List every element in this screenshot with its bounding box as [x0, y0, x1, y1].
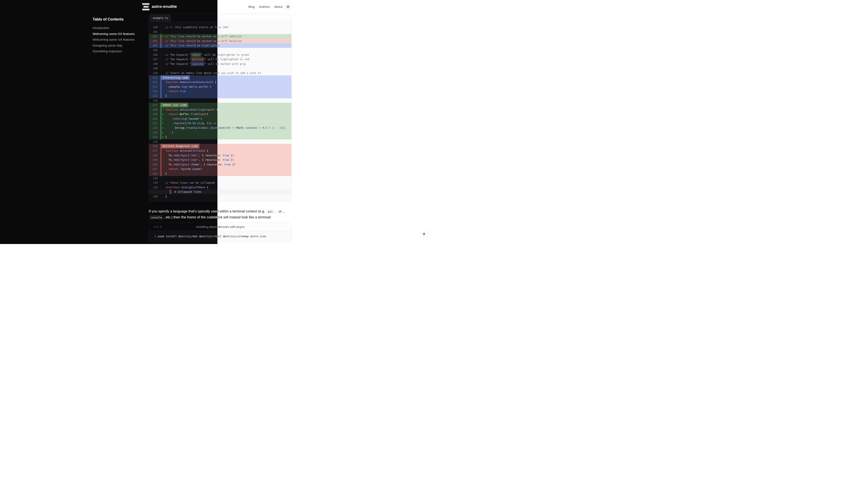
line-number: 140 — [149, 194, 161, 199]
unfold-vertical-icon — [169, 190, 172, 194]
line-number: 121 — [149, 121, 161, 126]
line-number: 101 — [149, 30, 161, 34]
line-number: 118 — [149, 107, 161, 112]
toc-item[interactable]: Foregoing some slop — [93, 44, 156, 47]
line-number: 128 — [149, 153, 161, 158]
line-number: 109 — [149, 66, 161, 71]
collapsed-lines-label: 4 collapsed lines — [174, 190, 201, 194]
inline-code-chip: console — [149, 215, 163, 220]
line-number: 134 — [149, 181, 161, 185]
collapsible-section-badge[interactable]: Deleted dangerous code — [161, 144, 199, 149]
line-number: 107 — [149, 57, 161, 62]
line-number: 104 — [149, 43, 161, 48]
site-logo-icon[interactable] — [142, 3, 150, 10]
toc-item[interactable]: Welcoming some UX features — [93, 38, 156, 41]
line-number: 125 — [149, 139, 161, 144]
line-number: 131 — [149, 167, 161, 171]
line-number: 116 — [149, 98, 161, 103]
line-number: 133 — [149, 176, 161, 181]
nav-link-authors[interactable]: Authors — [259, 5, 270, 8]
inline-code-chip: ps1 — [267, 209, 274, 214]
line-number: 135 — [149, 185, 161, 190]
line-number: 120 — [149, 117, 161, 121]
site-title[interactable]: astro-erudite — [152, 4, 177, 9]
toc-list: IntroductionWelcoming some DX featuresWe… — [93, 26, 156, 53]
nav-link-blog[interactable]: Blog — [248, 5, 255, 8]
scroll-to-top-button[interactable] — [420, 230, 428, 238]
collapsible-section-badge[interactable]: Added cool code — [161, 103, 188, 107]
line-number: 113 — [149, 85, 161, 89]
collapsible-section-badge[interactable]: Interesting code — [161, 75, 190, 80]
line-number: 100 — [149, 25, 161, 30]
arrow-up-icon — [422, 232, 426, 236]
line-number: 124 — [149, 135, 161, 139]
line-number: 127 — [149, 149, 161, 153]
line-number: 126 — [149, 144, 161, 149]
line-number: 130 — [149, 162, 161, 167]
paragraph-text: , — [283, 209, 285, 213]
line-number: 102 — [149, 34, 161, 39]
nav-link-about[interactable]: About — [274, 5, 282, 8]
toc-item[interactable]: Introduction — [93, 26, 156, 30]
sun-icon — [286, 5, 290, 9]
line-number: 119 — [149, 112, 161, 117]
inline-code-chip: sh — [277, 209, 283, 214]
nav: BlogAuthorsAbout — [248, 0, 282, 13]
terminal-prompt: $ — [154, 235, 156, 238]
theme-toggle-button[interactable] — [284, 3, 291, 10]
line-number: 105 — [149, 48, 161, 53]
toc-title: Table of Contents — [93, 17, 156, 22]
line-number: 112 — [149, 80, 161, 85]
toc-item[interactable]: Something important — [93, 50, 156, 53]
paragraph-text: , — [275, 209, 277, 213]
line-number: 117 — [149, 103, 161, 107]
table-of-contents: Table of Contents IntroductionWelcoming … — [93, 17, 156, 55]
line-number: 106 — [149, 53, 161, 57]
line-number: 103 — [149, 39, 161, 43]
toc-item[interactable]: Welcoming some DX features — [93, 32, 156, 36]
line-number: 122 — [149, 126, 161, 130]
line-number: 115 — [149, 94, 161, 98]
line-number: 114 — [149, 89, 161, 94]
traffic-light-dots-icon — [154, 226, 162, 228]
line-number: 110 — [149, 71, 161, 75]
line-number: 132 — [149, 171, 161, 176]
line-number: 108 — [149, 62, 161, 66]
line-number: 123 — [149, 130, 161, 135]
tab-example-ts[interactable]: example.ts — [150, 14, 171, 22]
line-number: 111 — [149, 75, 161, 80]
line-number: 129 — [149, 158, 161, 162]
